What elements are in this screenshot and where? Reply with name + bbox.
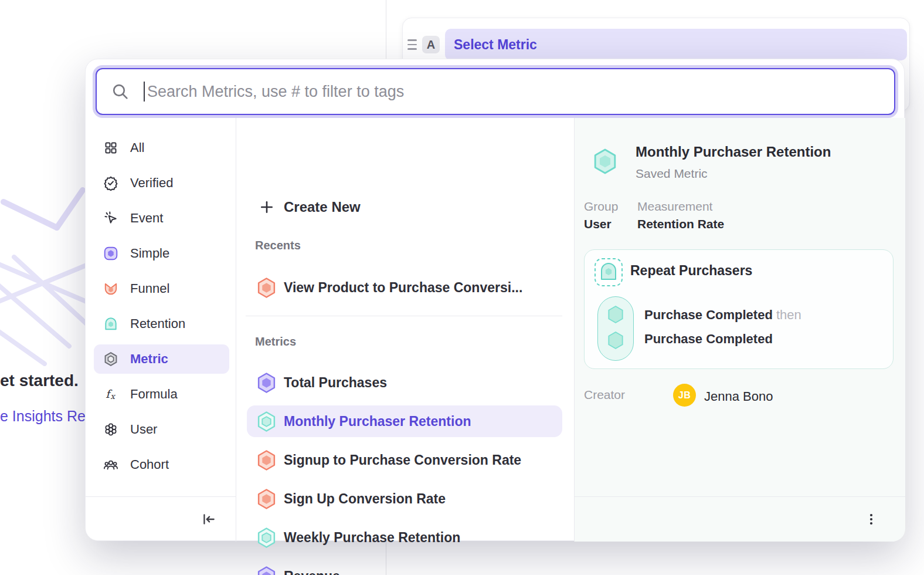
sidebar-footer xyxy=(86,496,236,542)
group-label: Group xyxy=(584,199,618,214)
step-hexagon-icon xyxy=(607,305,624,324)
cohort-icon xyxy=(103,457,118,472)
sidebar-item-metric[interactable]: Metric xyxy=(86,341,236,377)
measurement-value: Retention Rate xyxy=(637,217,724,231)
funnel-hexagon-icon xyxy=(257,278,276,298)
create-new-button[interactable]: Create New xyxy=(236,193,574,221)
detail-subtitle: Saved Metric xyxy=(636,167,708,181)
measurement-label: Measurement xyxy=(637,199,712,214)
drag-handle-icon[interactable] xyxy=(407,39,417,50)
retention-step-1: Purchase Completed then xyxy=(644,307,801,323)
retention-hexagon-icon-large xyxy=(593,148,617,174)
sidebar-item-user[interactable]: User xyxy=(86,412,236,447)
metric-selector-popup: All Verified xyxy=(85,59,905,541)
saved-retention-metric-icon xyxy=(594,258,623,287)
sidebar-item-verified[interactable]: Verified xyxy=(86,165,236,201)
retention-steps-pill xyxy=(597,296,634,361)
list-item-signup-to-purchase-conversion[interactable]: Signup to Purchase Conversion Rate xyxy=(247,444,562,476)
metric-letter-badge: A xyxy=(422,36,440,53)
retention-hexagon-icon xyxy=(257,411,276,432)
step-hexagon-icon xyxy=(607,331,624,350)
verified-icon xyxy=(103,175,118,191)
definition-title: Repeat Purchasers xyxy=(630,263,752,279)
detail-title: Monthly Purchaser Retention xyxy=(636,144,831,160)
formula-icon: f x xyxy=(103,387,118,402)
event-icon xyxy=(103,211,118,226)
plus-icon xyxy=(259,199,275,215)
more-options-button[interactable] xyxy=(860,508,883,531)
collapse-sidebar-button[interactable] xyxy=(197,508,220,531)
retention-icon xyxy=(103,316,118,332)
list-item-total-purchases[interactable]: Total Purchases xyxy=(247,367,562,398)
kebab-menu-icon xyxy=(864,512,878,526)
simple-hexagon-icon xyxy=(257,373,276,393)
sidebar-item-all[interactable]: All xyxy=(86,130,236,165)
search-icon xyxy=(111,82,130,101)
retention-hexagon-icon xyxy=(257,527,276,548)
funnel-hexagon-icon xyxy=(257,489,276,509)
background-heading-fragment: et started. xyxy=(0,371,79,390)
list-item-recent-funnel[interactable]: View Product to Purchase Conversi... xyxy=(247,272,562,303)
search-box[interactable] xyxy=(96,68,895,115)
creator-name: Jenna Bono xyxy=(704,389,773,404)
list-item-revenue[interactable]: Revenue xyxy=(247,560,562,575)
grid-icon xyxy=(103,140,118,155)
simple-icon xyxy=(103,246,118,261)
select-metric-button[interactable]: Select Metric xyxy=(445,29,907,60)
metrics-section-label: Metrics xyxy=(255,335,296,349)
list-item-sign-up-conversion-rate[interactable]: Sign Up Conversion Rate xyxy=(247,483,562,515)
group-value: User xyxy=(584,217,612,231)
creator-avatar: JB xyxy=(673,384,696,407)
sidebar-item-cohort[interactable]: Cohort xyxy=(86,447,236,482)
search-focus-ring xyxy=(93,65,898,118)
user-icon xyxy=(103,422,118,437)
line-chart-doodle-illustration xyxy=(0,187,94,380)
simple-hexagon-icon xyxy=(257,566,276,575)
funnel-icon xyxy=(103,281,118,296)
metric-detail-panel: Monthly Purchaser Retention Saved Metric… xyxy=(574,118,905,542)
filter-sidebar: All Verified xyxy=(86,118,236,542)
background-link-fragment[interactable]: e Insights Re xyxy=(0,408,86,425)
collapse-icon xyxy=(201,512,216,527)
detail-footer xyxy=(575,496,905,541)
recents-section-label: Recents xyxy=(255,239,301,252)
step-connector: then xyxy=(776,307,801,322)
svg-text:x: x xyxy=(110,392,116,401)
sidebar-item-event[interactable]: Event xyxy=(86,201,236,236)
funnel-hexagon-icon xyxy=(257,450,276,471)
section-divider xyxy=(246,316,562,316)
retention-step-2: Purchase Completed xyxy=(644,332,773,347)
text-cursor xyxy=(144,82,145,102)
list-item-monthly-purchaser-retention[interactable]: Monthly Purchaser Retention xyxy=(247,405,562,437)
metric-list-column: Create New Recents View Product to Purch… xyxy=(236,118,574,542)
sidebar-item-funnel[interactable]: Funnel xyxy=(86,271,236,306)
definition-card: Repeat Purchasers Purchase Completed the… xyxy=(584,249,894,369)
creator-label: Creator xyxy=(584,388,625,402)
page: et started. e Insights Re A Select Metri… xyxy=(0,0,924,575)
sidebar-item-retention[interactable]: Retention xyxy=(86,306,236,341)
list-item-weekly-purchase-retention[interactable]: Weekly Purchase Retention xyxy=(247,522,562,553)
metric-icon xyxy=(103,351,118,367)
sidebar-item-formula[interactable]: f x Formula xyxy=(86,377,236,412)
sidebar-item-simple[interactable]: Simple xyxy=(86,236,236,271)
search-input[interactable] xyxy=(147,83,880,101)
